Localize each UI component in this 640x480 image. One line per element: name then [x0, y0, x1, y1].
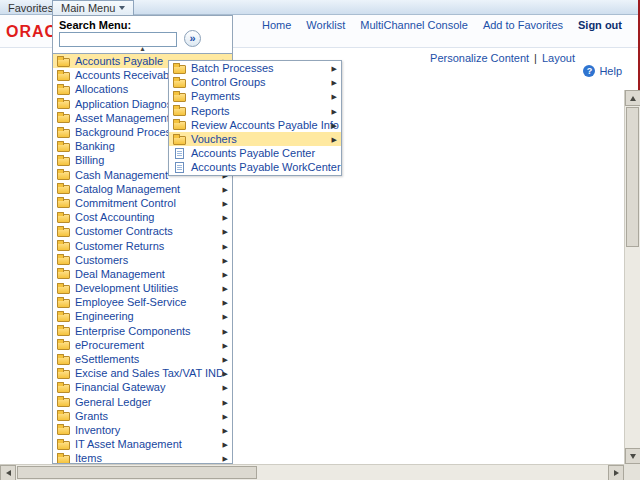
menu-item-label: Accounts Payable: [75, 55, 163, 67]
triangle-right-icon: [614, 470, 619, 476]
folder-icon: [57, 100, 70, 109]
submenu-item-label: Accounts Payable WorkCenter: [191, 161, 341, 173]
menu-item-grants[interactable]: Grants▶: [53, 409, 232, 423]
collapse-menu-icon[interactable]: ▴: [53, 45, 232, 53]
folder-icon: [57, 228, 70, 237]
flyout-arrow-icon: ▶: [223, 356, 228, 363]
personalize-content-link[interactable]: Personalize Content: [430, 52, 529, 64]
menu-item-label: Allocations: [75, 83, 128, 95]
vertical-scrollbar: [624, 90, 640, 464]
menu-item-label: Catalog Management: [75, 183, 180, 195]
menu-item-it-asset-management[interactable]: IT Asset Management▶: [53, 437, 232, 451]
folder-icon: [57, 72, 70, 81]
header-link-worklist[interactable]: Worklist: [306, 19, 345, 31]
vertical-scrollbar-thumb[interactable]: [626, 107, 639, 247]
help-link[interactable]: ? Help: [583, 65, 622, 77]
menu-item-esettlements[interactable]: eSettlements▶: [53, 352, 232, 366]
flyout-arrow-icon: ▶: [223, 327, 228, 334]
flyout-arrow-icon: ▶: [223, 455, 228, 462]
submenu-item-batch-processes[interactable]: Batch Processes▶: [169, 61, 341, 75]
menu-item-deal-management[interactable]: Deal Management▶: [53, 267, 232, 281]
submenu-item-control-groups[interactable]: Control Groups▶: [169, 75, 341, 89]
folder-icon: [57, 398, 70, 407]
menu-item-label: IT Asset Management: [75, 438, 182, 450]
search-menu-label: Search Menu:: [59, 19, 131, 31]
folder-icon: [57, 384, 70, 393]
submenu-item-payments[interactable]: Payments▶: [169, 89, 341, 103]
header-link-multichannel-console[interactable]: MultiChannel Console: [360, 19, 468, 31]
menu-item-customer-contracts[interactable]: Customer Contracts▶: [53, 224, 232, 238]
flyout-arrow-icon: ▶: [332, 121, 337, 128]
menu-item-eprocurement[interactable]: eProcurement▶: [53, 338, 232, 352]
folder-icon: [57, 356, 70, 365]
folder-icon: [57, 270, 70, 279]
page-icon: [175, 162, 184, 173]
personalize-links: Personalize Content | Layout: [430, 52, 575, 64]
folder-icon: [57, 285, 70, 294]
submenu-item-label: Accounts Payable Center: [191, 147, 315, 159]
menu-item-financial-gateway[interactable]: Financial Gateway▶: [53, 380, 232, 394]
scroll-down-button[interactable]: [625, 448, 640, 464]
menu-item-items[interactable]: Items▶: [53, 451, 232, 464]
header-link-add-to-favorites[interactable]: Add to Favorites: [483, 19, 563, 31]
folder-icon: [57, 214, 70, 223]
header-link-home[interactable]: Home: [262, 19, 291, 31]
menu-item-inventory[interactable]: Inventory▶: [53, 423, 232, 437]
scroll-right-button[interactable]: [608, 465, 624, 480]
menu-item-cost-accounting[interactable]: Cost Accounting▶: [53, 210, 232, 224]
main-menu-tab[interactable]: Main Menu: [52, 0, 134, 15]
menu-item-label: Customer Contracts: [75, 225, 173, 237]
sign-out-link[interactable]: Sign out: [578, 19, 622, 31]
menu-item-label: Banking: [75, 140, 115, 152]
folder-icon: [57, 313, 70, 322]
submenu-item-reports[interactable]: Reports▶: [169, 104, 341, 118]
menu-item-customer-returns[interactable]: Customer Returns▶: [53, 238, 232, 252]
menu-item-label: Inventory: [75, 424, 120, 436]
flyout-arrow-icon: ▶: [332, 93, 337, 100]
folder-icon: [57, 157, 70, 166]
folder-icon: [57, 299, 70, 308]
scroll-up-button[interactable]: [625, 90, 640, 106]
help-label: Help: [599, 65, 622, 77]
flyout-arrow-icon: ▶: [223, 185, 228, 192]
menu-item-customers[interactable]: Customers▶: [53, 253, 232, 267]
layout-link[interactable]: Layout: [542, 52, 575, 64]
submenu-item-accounts-payable-center[interactable]: Accounts Payable Center: [169, 146, 341, 160]
menu-item-engineering[interactable]: Engineering▶: [53, 309, 232, 323]
menu-item-label: Deal Management: [75, 268, 165, 280]
main-menu-label: Main Menu: [61, 2, 115, 14]
menu-item-employee-self-service[interactable]: Employee Self-Service▶: [53, 295, 232, 309]
menu-item-label: Items: [75, 452, 102, 464]
flyout-arrow-icon: ▶: [223, 384, 228, 391]
folder-icon: [57, 86, 70, 95]
menu-item-label: Engineering: [75, 310, 134, 322]
submenu-item-vouchers[interactable]: Vouchers▶: [169, 132, 341, 146]
help-icon: ?: [583, 65, 595, 77]
page-icon: [175, 148, 184, 159]
folder-icon: [57, 327, 70, 336]
submenu-item-label: Reports: [191, 105, 230, 117]
menu-item-label: Grants: [75, 410, 108, 422]
folder-icon: [57, 341, 70, 350]
submenu-item-review-accounts-payable-info[interactable]: Review Accounts Payable Info▶: [169, 118, 341, 132]
flyout-arrow-icon: ▶: [223, 299, 228, 306]
menu-item-enterprise-components[interactable]: Enterprise Components▶: [53, 324, 232, 338]
folder-icon: [57, 114, 70, 123]
scroll-left-button[interactable]: [0, 465, 16, 480]
submenu-item-accounts-payable-workcenter[interactable]: Accounts Payable WorkCenter: [169, 160, 341, 174]
folder-icon: [57, 426, 70, 435]
horizontal-scrollbar-thumb[interactable]: [17, 466, 257, 479]
favorites-menu-label: Favorites: [8, 2, 53, 14]
folder-icon: [57, 171, 70, 180]
menu-item-label: Customer Returns: [75, 240, 164, 252]
folder-icon: [173, 107, 186, 116]
folder-icon: [57, 455, 70, 464]
menu-item-development-utilities[interactable]: Development Utilities▶: [53, 281, 232, 295]
menu-item-catalog-management[interactable]: Catalog Management▶: [53, 182, 232, 196]
menu-item-commitment-control[interactable]: Commitment Control▶: [53, 196, 232, 210]
menu-item-general-ledger[interactable]: General Ledger▶: [53, 395, 232, 409]
submenu-item-label: Control Groups: [191, 76, 266, 88]
folder-icon: [173, 136, 186, 145]
menu-item-excise-and-sales-tax-vat-ind[interactable]: Excise and Sales Tax/VAT IND▶: [53, 366, 232, 380]
flyout-arrow-icon: ▶: [332, 136, 337, 143]
